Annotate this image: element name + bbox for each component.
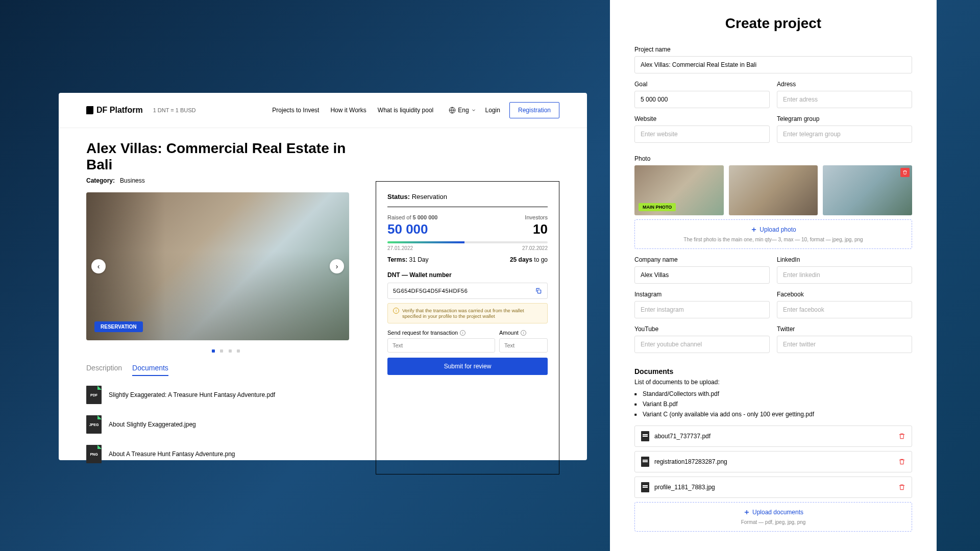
gallery-dot[interactable] [237, 349, 240, 353]
category-value: Business [120, 177, 145, 184]
request-row: Send request for transaction i Amount i [387, 330, 548, 353]
instagram-input[interactable] [634, 301, 770, 318]
instagram-group: Instagram [634, 291, 770, 318]
linkedin-label: LinkedIn [777, 256, 912, 263]
project-content: Alex Villas: Commercial Real Estate in B… [59, 128, 587, 487]
terms-row: Terms: 31 Day 25 days to go [387, 256, 548, 263]
wallet-field: 5G654DF5G4D5F45HDF56 [387, 283, 548, 299]
uploaded-document: registration187283287.png [634, 451, 912, 472]
gallery-dot[interactable] [212, 349, 215, 353]
linkedin-input[interactable] [777, 266, 912, 284]
document-file-name: registration187283287.png [654, 458, 893, 465]
document-item[interactable]: JPEG About Slightly Exaggerated.jpeg [86, 415, 365, 434]
facebook-label: Facebook [777, 291, 912, 298]
gallery-dot[interactable] [229, 349, 232, 353]
request-column: Send request for transaction i [387, 330, 495, 353]
project-name-input[interactable] [634, 56, 912, 73]
investors-count: 10 [533, 221, 548, 237]
copy-icon[interactable] [535, 287, 542, 294]
logo[interactable]: DF Platform [86, 106, 143, 115]
company-name-input[interactable] [634, 266, 770, 284]
project-category: Category: Business [86, 177, 365, 184]
goal-group: Goal [634, 81, 770, 108]
goal-label: Goal [634, 81, 770, 88]
project-name-label: Project name [634, 46, 912, 53]
tab-documents[interactable]: Documents [132, 364, 168, 376]
upload-documents-link[interactable]: Upload documents [743, 509, 803, 516]
uploaded-document: about71_737737.pdf [634, 425, 912, 447]
verify-notice: ! Verify that the transaction was carrie… [387, 303, 548, 323]
linkedin-group: LinkedIn [777, 256, 912, 284]
twitter-input[interactable] [777, 336, 912, 353]
gallery-prev-button[interactable]: ‹ [91, 259, 106, 273]
project-view-panel: DF Platform 1 DNT = 1 BUSD Projects to I… [59, 93, 587, 460]
status-label: Status: [387, 193, 410, 201]
tabs: Description Documents [86, 364, 365, 377]
gallery-dots [86, 345, 365, 355]
address-input[interactable] [777, 91, 912, 108]
nav-right: Eng Login Registration [449, 102, 559, 118]
photo-label: Photo [634, 155, 912, 162]
upload-photo-link[interactable]: Upload photo [750, 226, 796, 233]
document-file-icon [641, 457, 649, 467]
wallet-address: 5G654DF5G4D5F45HDF56 [393, 288, 535, 294]
language-selector[interactable]: Eng [449, 107, 476, 114]
delete-document-button[interactable] [898, 484, 905, 491]
goal-input[interactable] [634, 91, 770, 108]
delete-document-button[interactable] [898, 458, 905, 465]
gallery-dot[interactable] [220, 349, 223, 353]
registration-button[interactable]: Registration [509, 102, 559, 118]
youtube-group: YouTube [634, 325, 770, 353]
facebook-group: Facebook [777, 291, 912, 318]
globe-icon [449, 107, 456, 114]
photo-thumb[interactable] [729, 165, 818, 215]
tab-description[interactable]: Description [86, 364, 122, 376]
delete-photo-button[interactable] [900, 168, 910, 177]
address-label: Adress [777, 81, 912, 88]
document-item[interactable]: PDF Slightly Exaggerated: A Treasure Hun… [86, 386, 365, 404]
youtube-label: YouTube [634, 325, 770, 333]
nav-projects[interactable]: Projects to Invest [272, 107, 319, 114]
amount-column: Amount i [499, 330, 548, 353]
pdf-file-icon: PDF [86, 386, 102, 404]
exchange-rate: 1 DNT = 1 BUSD [153, 107, 196, 113]
document-file-icon [641, 431, 649, 441]
upload-photo-zone[interactable]: Upload photo The first photo is the main… [634, 219, 912, 249]
document-item[interactable]: PNG About A Treasure Hunt Fantasy Advent… [86, 445, 365, 463]
nav-how-it-works[interactable]: How it Works [330, 107, 366, 114]
website-group: Website [634, 115, 770, 143]
website-input[interactable] [634, 126, 770, 143]
category-label: Category: [86, 177, 115, 184]
login-link[interactable]: Login [485, 107, 500, 114]
status-line: Status: Reservation [387, 193, 548, 207]
upload-documents-hint: Format — pdf, jpeg, jpg, png [641, 519, 905, 525]
document-name: About Slightly Exaggerated.jpeg [109, 421, 196, 428]
nav-liquidity-pool[interactable]: What is liquidity pool [378, 107, 433, 114]
create-project-panel: Create project Project name Goal Adress … [610, 0, 937, 551]
language-label: Eng [458, 107, 469, 114]
info-icon[interactable]: i [460, 330, 465, 336]
photo-thumb[interactable] [823, 165, 912, 215]
required-doc-item: Variant B.pdf [634, 399, 912, 409]
photo-thumb-main[interactable]: MAIN PHOTO [634, 165, 724, 215]
telegram-input[interactable] [777, 126, 912, 143]
upload-photo-hint: The first photo is the main one, min qty… [641, 237, 905, 242]
upload-documents-zone[interactable]: Upload documents Format — pdf, jpeg, jpg… [634, 502, 912, 532]
facebook-input[interactable] [777, 301, 912, 318]
transaction-input[interactable] [387, 338, 495, 353]
logo-icon [86, 106, 93, 114]
gallery-next-button[interactable]: › [330, 259, 344, 273]
delete-document-button[interactable] [898, 433, 905, 440]
progress-bar [387, 241, 548, 243]
amount-input[interactable] [499, 338, 548, 353]
documents-subtitle: List of documents to be upload: [634, 379, 912, 386]
website-label: Website [634, 115, 770, 122]
info-icon[interactable]: i [521, 330, 526, 336]
youtube-input[interactable] [634, 336, 770, 353]
submit-review-button[interactable]: Submit for review [387, 358, 548, 375]
jpeg-file-icon: JPEG [86, 415, 102, 434]
uploaded-document: profile_1181_7883.jpg [634, 477, 912, 498]
investors-label: Investors [525, 214, 548, 220]
page-title: Alex Villas: Commercial Real Estate in B… [86, 140, 365, 173]
photo-grid: MAIN PHOTO [634, 165, 912, 215]
